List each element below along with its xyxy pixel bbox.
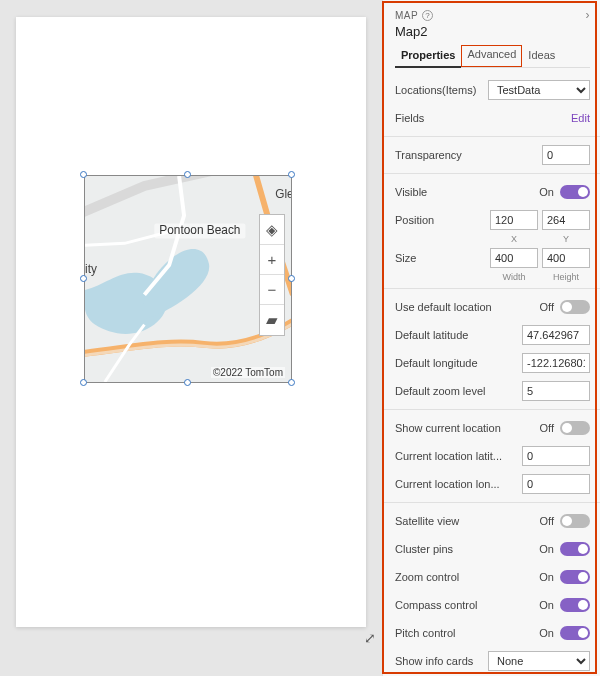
position-y-input[interactable]	[542, 210, 590, 230]
selection-handle[interactable]	[80, 171, 87, 178]
map-place-label: Pontoon Beach	[159, 223, 240, 237]
label-cluster: Cluster pins	[395, 543, 536, 555]
selection-handle[interactable]	[288, 171, 295, 178]
label-default-lon: Default longitude	[395, 357, 522, 369]
canvas-area: Pontoon Beach Gle ity ◈ + − ▰ ©2022 TomT…	[0, 0, 382, 676]
resize-handle-icon[interactable]: ⤢	[364, 630, 376, 646]
map-edge-label-left: ity	[85, 262, 97, 276]
map-attribution: ©2022 TomTom	[211, 367, 285, 378]
label-default-lat: Default latitude	[395, 329, 522, 341]
toggle-satellite[interactable]	[560, 514, 590, 528]
selection-handle[interactable]	[184, 379, 191, 386]
label-zoom-ctrl: Zoom control	[395, 571, 536, 583]
map-control[interactable]: Pontoon Beach Gle ity ◈ + − ▰ ©2022 TomT…	[84, 175, 292, 383]
locations-select[interactable]: TestData	[488, 80, 590, 100]
toggle-show-current-location[interactable]	[560, 421, 590, 435]
tab-ideas[interactable]: Ideas	[522, 45, 561, 67]
size-h-input[interactable]	[542, 248, 590, 268]
label-visible: Visible	[395, 186, 536, 198]
label-use-default-location: Use default location	[395, 301, 536, 313]
toggle-cluster[interactable]	[560, 542, 590, 556]
label-locations: Locations(Items)	[395, 84, 488, 96]
transparency-input[interactable]	[542, 145, 590, 165]
zoom-out-icon[interactable]: −	[260, 275, 284, 305]
map-edge-label-right: Gle	[275, 187, 291, 201]
properties-panel: MAP ? › Map2 Properties Advanced Ideas L…	[382, 0, 600, 676]
label-show-info: Show info cards	[395, 655, 488, 667]
label-current-lat: Current location latit...	[395, 450, 522, 462]
label-compass-ctrl: Compass control	[395, 599, 536, 611]
selection-handle[interactable]	[80, 275, 87, 282]
edit-fields-link[interactable]: Edit	[571, 112, 590, 124]
toggle-use-default-location[interactable]	[560, 300, 590, 314]
label-default-zoom: Default zoom level	[395, 385, 522, 397]
toggle-visible[interactable]	[560, 185, 590, 199]
position-x-input[interactable]	[490, 210, 538, 230]
toggle-zoom-ctrl[interactable]	[560, 570, 590, 584]
label-fields: Fields	[395, 112, 571, 124]
component-name: Map2	[395, 24, 590, 39]
selection-handle[interactable]	[288, 379, 295, 386]
label-pitch-ctrl: Pitch control	[395, 627, 536, 639]
map-controls: ◈ + − ▰	[259, 214, 285, 336]
tab-bar: Properties Advanced Ideas	[395, 45, 590, 68]
selection-handle[interactable]	[184, 171, 191, 178]
label-transparency: Transparency	[395, 149, 542, 161]
selection-handle[interactable]	[80, 379, 87, 386]
tab-properties[interactable]: Properties	[395, 45, 461, 67]
label-show-current-location: Show current location	[395, 422, 536, 434]
current-lat-input[interactable]	[522, 446, 590, 466]
default-lon-input[interactable]	[522, 353, 590, 373]
component-type-label: MAP	[395, 10, 418, 21]
show-info-select[interactable]: None	[488, 651, 590, 671]
app-screen: Pontoon Beach Gle ity ◈ + − ▰ ©2022 TomT…	[16, 17, 366, 627]
label-current-lon: Current location lon...	[395, 478, 522, 490]
toggle-pitch-ctrl[interactable]	[560, 626, 590, 640]
tab-advanced[interactable]: Advanced	[461, 45, 522, 67]
size-w-input[interactable]	[490, 248, 538, 268]
label-size: Size	[395, 252, 490, 264]
label-satellite: Satellite view	[395, 515, 536, 527]
zoom-in-icon[interactable]: +	[260, 245, 284, 275]
selection-handle[interactable]	[288, 275, 295, 282]
default-zoom-input[interactable]	[522, 381, 590, 401]
compass-icon[interactable]: ◈	[260, 215, 284, 245]
chevron-right-icon[interactable]: ›	[586, 8, 591, 22]
default-lat-input[interactable]	[522, 325, 590, 345]
current-lon-input[interactable]	[522, 474, 590, 494]
label-position: Position	[395, 214, 490, 226]
pitch-icon[interactable]: ▰	[260, 305, 284, 335]
panel-header: MAP ? ›	[395, 8, 590, 22]
toggle-compass-ctrl[interactable]	[560, 598, 590, 612]
help-icon[interactable]: ?	[422, 10, 433, 21]
